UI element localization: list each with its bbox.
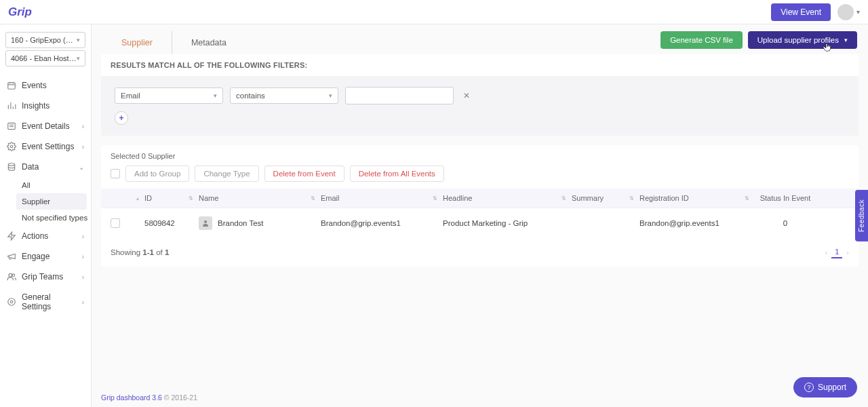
svg-point-18: [204, 220, 207, 223]
upload-profiles-button[interactable]: Upload supplier profiles ▾: [748, 31, 857, 49]
footer-version: Grip dashboard 3.6 © 2016-21: [101, 393, 197, 402]
sort-icon[interactable]: ⇅: [745, 195, 755, 201]
event-select[interactable]: 4066 - Eban Hosted B... ▾: [5, 50, 85, 66]
remove-filter-icon[interactable]: ✕: [460, 91, 473, 100]
cell-status: 0: [755, 216, 816, 230]
chevron-down-icon: ▾: [214, 92, 217, 99]
top-header: Grip View Event ▾: [0, 0, 868, 24]
sort-icon[interactable]: ▴: [136, 195, 144, 201]
page-number[interactable]: 1: [831, 246, 842, 258]
chevron-down-icon: ▾: [856, 8, 860, 16]
view-event-button[interactable]: View Event: [771, 3, 831, 21]
svg-marker-13: [8, 232, 16, 240]
filter-row: Email ▾ contains ▾ ✕: [115, 87, 845, 104]
sort-icon[interactable]: ⇅: [311, 195, 321, 201]
chevron-down-icon: ▾: [77, 37, 80, 43]
nav-label: Engage: [22, 252, 50, 261]
prev-page-icon[interactable]: ‹: [825, 248, 828, 256]
sub-not-specified[interactable]: Not specified types: [19, 210, 91, 226]
next-page-icon[interactable]: ›: [846, 248, 849, 256]
cell-email: Brandon@grip.events1: [321, 216, 443, 230]
add-to-group-button[interactable]: Add to Group: [125, 166, 189, 182]
col-reg-id[interactable]: Registration ID: [639, 194, 689, 202]
settings-icon: [7, 297, 16, 307]
selected-count: Selected 0 Supplier: [111, 152, 849, 160]
sort-icon[interactable]: ⇅: [189, 195, 199, 201]
svg-point-16: [10, 301, 13, 303]
chevron-right-icon: ›: [82, 143, 84, 151]
nav-actions[interactable]: Actions ›: [0, 226, 91, 246]
nav-general-settings[interactable]: General Settings ›: [0, 287, 91, 317]
row-checkbox[interactable]: [111, 218, 120, 228]
nav-insights[interactable]: Insights: [0, 96, 91, 116]
org-select[interactable]: 160 - GripExpo (prod... ▾: [5, 32, 85, 48]
table-actions: Add to Group Change Type Delete from Eve…: [111, 166, 849, 182]
support-label: Support: [818, 383, 846, 392]
change-type-button[interactable]: Change Type: [195, 166, 258, 182]
filter-body: Email ▾ contains ▾ ✕ +: [101, 76, 859, 136]
chevron-down-icon: ▾: [77, 55, 80, 62]
delete-from-event-button[interactable]: Delete from Event: [264, 166, 344, 182]
nav-event-details[interactable]: Event Details ›: [0, 116, 91, 136]
sidebar: 160 - GripExpo (prod... ▾ 4066 - Eban Ho…: [0, 24, 92, 407]
sub-all[interactable]: All: [19, 177, 91, 193]
nav-event-settings[interactable]: Event Settings ›: [0, 136, 91, 157]
sub-supplier[interactable]: Supplier: [16, 193, 87, 210]
chevron-right-icon: ›: [82, 273, 84, 281]
col-email[interactable]: Email: [321, 194, 340, 202]
chevron-right-icon: ›: [82, 253, 84, 260]
nav-data[interactable]: Data ⌄: [0, 157, 91, 177]
cell-id: 5809842: [144, 216, 199, 230]
nav-events[interactable]: Events: [0, 75, 91, 96]
nav-label: Events: [22, 81, 47, 90]
database-icon: [7, 162, 16, 172]
filter-value-input[interactable]: [345, 87, 454, 104]
sort-icon[interactable]: ⇅: [433, 195, 443, 201]
header-right: View Event ▾: [771, 3, 860, 21]
filter-operator-select[interactable]: contains ▾: [230, 88, 338, 104]
gear-icon: [7, 142, 16, 151]
col-id[interactable]: ID: [144, 194, 152, 202]
select-all-checkbox[interactable]: [111, 169, 120, 178]
table-footer: Showing 1-1 of 1 ‹ 1 ›: [101, 238, 859, 267]
support-button[interactable]: ? Support: [793, 377, 857, 398]
cell-headline: Product Marketing - Grip: [443, 216, 572, 230]
table-header: ▴ ID⇅ Name⇅ Email⇅ Headline⇅ Summary⇅ Re…: [101, 189, 859, 208]
upload-label: Upload supplier profiles: [757, 36, 839, 44]
tabs-bar: Supplier Metadata Generate CSV file Uplo…: [92, 24, 868, 54]
add-filter-button[interactable]: +: [115, 111, 128, 125]
pagination: ‹ 1 ›: [825, 246, 849, 258]
nav-label: Event Settings: [22, 142, 74, 151]
filter-field-select[interactable]: Email ▾: [115, 88, 223, 104]
data-table: ▴ ID⇅ Name⇅ Email⇅ Headline⇅ Summary⇅ Re…: [101, 189, 859, 238]
table-row[interactable]: 5809842 Brandon Test Brandon@grip.events…: [101, 208, 859, 238]
table-section: Selected 0 Supplier Add to Group Change …: [101, 145, 859, 267]
nav-label: General Settings: [22, 292, 77, 311]
event-select-label: 4066 - Eban Hosted B...: [11, 54, 77, 62]
row-name-label: Brandon Test: [218, 219, 264, 227]
cell-name: Brandon Test: [199, 216, 321, 230]
col-headline[interactable]: Headline: [443, 194, 472, 202]
chart-icon: [7, 101, 16, 111]
user-menu[interactable]: ▾: [837, 4, 860, 20]
sort-icon[interactable]: ⇅: [561, 195, 572, 201]
nav-engage[interactable]: Engage ›: [0, 246, 91, 267]
svg-point-15: [12, 274, 15, 277]
action-buttons: Generate CSV file Upload supplier profil…: [660, 31, 857, 54]
delete-from-all-events-button[interactable]: Delete from All Events: [350, 166, 444, 182]
nav-grip-teams[interactable]: Grip Teams ›: [0, 267, 91, 287]
chevron-right-icon: ›: [82, 123, 84, 130]
sort-icon[interactable]: ⇅: [629, 195, 639, 201]
col-summary[interactable]: Summary: [572, 194, 604, 202]
col-name[interactable]: Name: [199, 194, 218, 202]
feedback-tab[interactable]: Feedback: [855, 190, 868, 241]
chevron-right-icon: ›: [82, 298, 84, 306]
generate-csv-button[interactable]: Generate CSV file: [660, 31, 743, 49]
lightning-icon: [7, 231, 16, 241]
nav-label: Data: [22, 162, 39, 172]
svg-point-17: [8, 298, 16, 306]
tab-supplier[interactable]: Supplier: [102, 31, 172, 54]
col-status[interactable]: Status In Event: [760, 194, 811, 202]
help-icon: ?: [804, 383, 814, 392]
tab-metadata[interactable]: Metadata: [172, 31, 245, 54]
